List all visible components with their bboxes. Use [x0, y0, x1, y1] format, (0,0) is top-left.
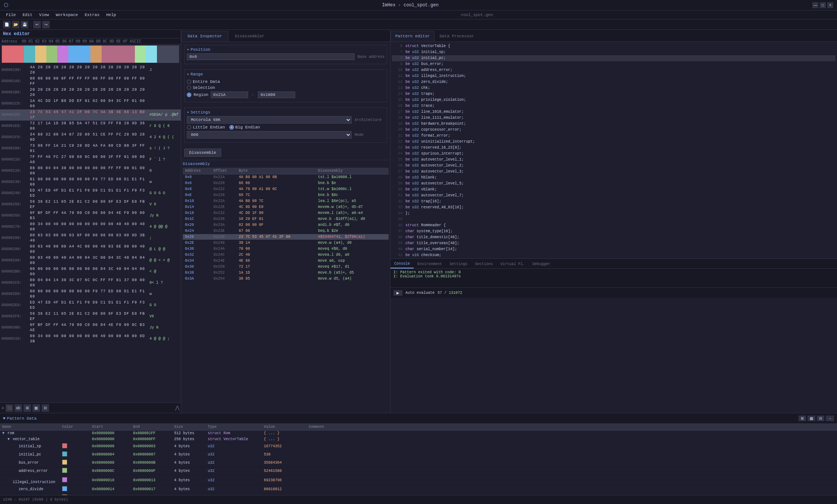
menu-view[interactable]: View [36, 12, 52, 18]
radio-selection[interactable]: Selection [187, 85, 384, 90]
pattern-data-row[interactable]: initial_pc 0x00000004 0x00000007 4 bytes… [0, 451, 837, 459]
tab-pattern-editor[interactable]: Pattern editor [390, 31, 435, 41]
hex-row[interactable]: 000001C0: 1A 4C DD 1F B9 DD EF 01 02 00 … [0, 98, 181, 109]
pattern-data-row[interactable]: illegal_instruction 0x00000010 0x0000001… [0, 475, 837, 485]
disasm-row[interactable]: 0x14 0x22E 4C 9D 00 E0 movem.w (a5)+, d5… [183, 204, 389, 210]
region-start-input[interactable] [211, 91, 248, 98]
region-end-input[interactable] [258, 91, 295, 98]
bottom-tab-debugger[interactable]: Debugger [529, 259, 554, 268]
minimize-button[interactable]: — [812, 2, 818, 8]
auto-evaluate-button[interactable]: ▶ [393, 290, 402, 296]
disasm-row[interactable]: 0x32 0x24C 2C 40 movea.l d0, a6 [183, 252, 389, 258]
hex-row[interactable]: 000002C0: 00 04 04 14 30 3C 07 6C 0C FF … [0, 277, 181, 289]
pattern-data-row[interactable]: zero_divide 0x00000014 0x00000017 4 byte… [0, 485, 837, 494]
pattern-data-btn-2[interactable]: ▦ [807, 416, 815, 421]
hex-row[interactable]: 00000300: 9F BF DF FF 4A 79 00 C0 00 04 … [0, 322, 181, 333]
maximize-button[interactable]: □ [820, 2, 826, 8]
hex-row[interactable]: 00000240: ED 47 ED 4F D1 E1 F1 F9 D9 C1 … [0, 188, 181, 199]
bottom-tab-console[interactable]: Console [390, 259, 414, 268]
hex-row[interactable]: 00000260: 9F BF DF FF 4A 79 00 C0 00 80 … [0, 210, 181, 221]
hex-tool-btn-3[interactable]: ⊞ [24, 404, 31, 412]
collapse-icon[interactable]: ⋀ [175, 405, 179, 411]
pattern-data-row[interactable]: bus_error 0x00000008 0x0000000B 4 bytes … [0, 459, 837, 467]
menu-edit[interactable]: Edit [19, 12, 35, 18]
hex-content[interactable]: 00000190: 4A 20 20 20 20 20 20 20 20 20 … [0, 64, 181, 402]
hex-row[interactable]: 000001B0: 20 20 20 20 20 20 20 20 20 20 … [0, 87, 181, 98]
disasm-row[interactable]: 0x8 0x222 4A 79 00 A1 00 0C tst.w $a1000… [183, 186, 389, 192]
menu-workspace[interactable]: Workspace [53, 12, 81, 18]
tab-data-inspector[interactable]: Data Inspector [181, 31, 228, 41]
pattern-data-btn-1[interactable]: ⊞ [799, 416, 806, 421]
hex-row[interactable]: 000002B0: 00 00 00 00 00 00 00 00 00 04 … [0, 266, 181, 277]
hex-row[interactable]: 00000280: 00 03 03 00 00 03 8F 00 00 00 … [0, 233, 181, 244]
disasm-row[interactable]: 0x18 0x232 4C DD 1F 00 movem.l (a5)+, a0… [183, 210, 389, 216]
hex-row[interactable]: 000002F0: 56 36 E2 11 05 2E 81 C2 00 80 … [0, 311, 181, 322]
disasm-row[interactable]: 0x2E 0x248 30 14 move.w (a4), d0 [183, 240, 389, 246]
menu-help[interactable]: Help [103, 12, 119, 18]
hex-row[interactable]: 000001A0: 00 00 00 00 0F FF FF FF 00 FF … [0, 76, 181, 87]
hex-row[interactable]: 000001F0: 34 80 32 80 34 87 2D 80 51 CE … [0, 132, 181, 143]
hex-row[interactable]: 000002A0: 00 03 40 00 40 A4 00 04 3C 00 … [0, 255, 181, 266]
pattern-data-btn-3[interactable]: ⊟ [817, 416, 824, 421]
pattern-data-table-container[interactable]: Name Color Start End Size Type Value Com… [0, 424, 837, 495]
pattern-data-row[interactable]: initial_sp 0x00000000 0x00000003 4 bytes… [0, 442, 837, 451]
mode-select[interactable]: 000 [187, 131, 352, 139]
hex-row[interactable]: 00000220: 08 00 04 04 30 00 00 80 80 00 … [0, 165, 181, 177]
position-input[interactable] [187, 53, 355, 60]
hex-row[interactable]: 00000250: 56 36 E2 11 05 2E 81 C2 00 80 … [0, 199, 181, 210]
pattern-editor-content[interactable]: 6 struct VectorTable { 7 be u32 initial_… [390, 42, 837, 258]
hex-row[interactable]: 000001E0: 72 17 1A 1D 38 85 DA 47 51 C9 … [0, 121, 181, 132]
disasm-row[interactable]: 0x1C 0x236 10 29 EF 01 move.b -$10ff(a1)… [183, 216, 389, 222]
hex-tool-btn-4[interactable]: ▦ [33, 404, 40, 412]
disasm-row[interactable]: 0x38 0x252 1A 1D move.b (a5)+, d5 [183, 270, 389, 276]
hex-tool-btn-2[interactable]: ab [15, 404, 22, 412]
hex-row[interactable]: 00000310: 00 34 00 40 00 00 00 00 00 40 … [0, 333, 181, 345]
hex-row[interactable]: 00000200: 73 98 FF 1A 21 C8 28 9D 4A FA … [0, 143, 181, 154]
hex-row[interactable]: 00000290: 00 03 40 00 00 A4 4C 00 00 40 … [0, 244, 181, 255]
disasm-row[interactable]: 0x30 0x24A 70 00 moveq #$0, d0 [183, 246, 389, 252]
pattern-data-collapse[interactable]: ▼ [3, 416, 6, 421]
toolbar-new[interactable]: 📄 [3, 21, 10, 28]
toolbar-undo[interactable]: ↩ [33, 21, 41, 28]
pattern-data-row[interactable]: address_error 0x0000000C 0x0000000F 4 by… [0, 467, 837, 475]
disasm-row[interactable]: 0x10 0x22A 4A B8 00 7C lea.l $8e(pc), a5 [183, 198, 389, 204]
tab-disassembler[interactable]: Disassembler [228, 31, 271, 41]
bottom-tab-settings[interactable]: Settings [446, 259, 471, 268]
menu-file[interactable]: File [3, 12, 19, 18]
disassemble-button[interactable]: Disassemble [184, 149, 221, 157]
pattern-data-row[interactable]: ▼ rom 0x00000000 0x000001FF 512 bytes st… [0, 430, 837, 436]
menu-extras[interactable]: Extras [82, 12, 103, 18]
disasm-row[interactable]: 0x26 0x240 23 7C 53 45 47 41 2F 00 #$534… [183, 234, 389, 240]
toolbar-redo[interactable]: ↪ [42, 21, 50, 28]
hex-row[interactable]: 000002D0: 00 00 00 00 00 00 00 00 F9 77 … [0, 289, 181, 300]
toolbar-save[interactable]: 💾 [21, 21, 28, 28]
radio-little-endian[interactable]: Little Endian [187, 125, 225, 130]
close-button[interactable]: × [827, 2, 833, 8]
tab-data-processor[interactable]: Data Processor [435, 31, 479, 41]
radio-big-endian[interactable]: Big Endian [229, 125, 260, 130]
disasm-row[interactable]: 0x36 0x250 72 17 moveq #$17, d1 [183, 264, 389, 270]
hex-row[interactable]: 00000210: 7F FF 46 FC 27 90 60 6C 80 00 … [0, 154, 181, 165]
hex-row[interactable]: 000001D0: 23 7C 53 45 47 41 2F 00 7C 4A … [0, 109, 181, 121]
architecture-select[interactable]: Motorola 68K [187, 116, 352, 124]
radio-entire-data[interactable]: Entire Data [187, 80, 384, 84]
disasm-row[interactable]: 0x34 0x24E 4E 66 move a6, usp [183, 258, 389, 264]
disasm-row[interactable]: 0x20 0x23A 02 00 00 0F andi.b #$f, d0 [183, 222, 389, 228]
hex-row[interactable]: 000002E0: ED 47 ED 4F D1 E1 F1 F9 D9 C1 … [0, 300, 181, 311]
radio-region[interactable]: Region - [187, 91, 384, 98]
pattern-data-btn-4[interactable]: → [826, 416, 834, 421]
hex-row[interactable]: 00000230: 01 80 00 00 00 00 00 00 F9 77 … [0, 177, 181, 188]
disasm-row[interactable]: 0x6 0x220 66 06 bne.b $e [183, 180, 389, 186]
bottom-tab-virtual-fl[interactable]: Virtual Fl. [497, 259, 529, 268]
hex-row[interactable]: 00000270: 00 34 00 40 00 00 00 00 00 00 … [0, 221, 181, 233]
disasm-row[interactable]: 0x24 0x23E 67 08 beq.b $2e [183, 228, 389, 234]
disasm-row[interactable]: 0xE 0x228 66 7C bne.b $8c [183, 192, 389, 198]
disasm-row[interactable]: 0x0 0x21A 4A B9 00 A1 00 0B tst.l $a1000… [183, 174, 389, 180]
bottom-tab-sections[interactable]: Sections [471, 259, 497, 268]
bottom-tab-environment[interactable]: Environment [414, 259, 446, 268]
hex-tool-btn-5[interactable]: ⊟ [41, 404, 49, 412]
hex-tool-btn-1[interactable]: ⬛ [6, 404, 13, 412]
pattern-data-row[interactable]: ▼ vector_table 0x00000000 0x000000FF 256… [0, 436, 837, 442]
toolbar-open[interactable]: 📂 [12, 21, 19, 28]
disasm-row[interactable]: 0x3A 0x254 38 85 move.w d5, (a4) [183, 276, 389, 282]
